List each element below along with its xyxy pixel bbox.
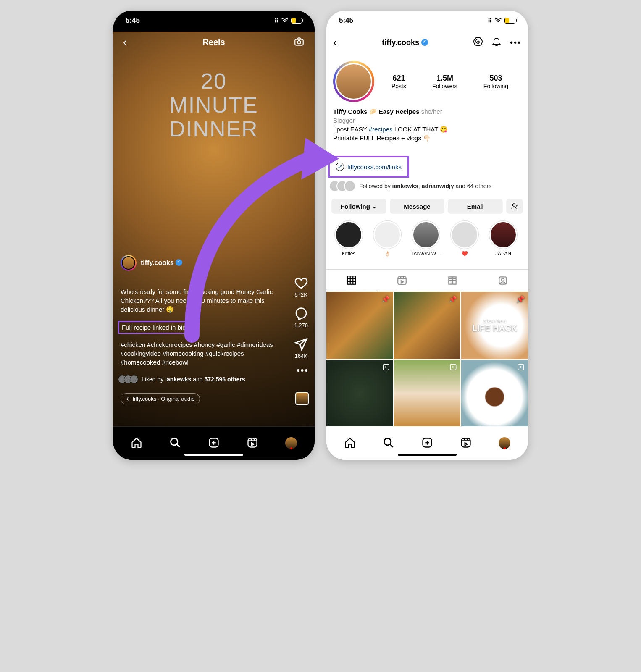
- svg-rect-8: [347, 276, 356, 284]
- pin-icon: 📌: [449, 295, 457, 303]
- pronouns: she/her: [421, 108, 442, 115]
- grid-post[interactable]: [461, 360, 528, 427]
- followers-stat[interactable]: 1.5MFollowers: [432, 74, 457, 89]
- grid-post[interactable]: 📌: [394, 292, 461, 359]
- like-button[interactable]: 572K: [294, 276, 308, 298]
- audio-pill[interactable]: ♫ tiffy.cooks · Original audio: [121, 393, 200, 404]
- more-icon[interactable]: •••: [297, 365, 309, 376]
- post-overlay-text: LIFE HACK: [472, 323, 517, 333]
- search-icon[interactable]: [383, 437, 394, 450]
- posts-stat[interactable]: 621Posts: [391, 74, 406, 89]
- reels-icon[interactable]: [460, 437, 472, 450]
- profile-avatar[interactable]: [333, 61, 374, 102]
- home-icon[interactable]: [131, 437, 142, 450]
- highlight-heart[interactable]: ❤️: [448, 220, 481, 257]
- comment-button[interactable]: 1,276: [294, 307, 308, 328]
- profile-actions: Following ⌄ Message Email: [331, 199, 523, 214]
- tab-grid[interactable]: [326, 270, 377, 291]
- reel-caption[interactable]: Who's ready for some finger-licking good…: [121, 287, 277, 314]
- svg-point-11: [502, 278, 504, 281]
- followed-user[interactable]: iankewks: [392, 183, 418, 189]
- liked-by-avatars: [121, 375, 138, 383]
- profile-icon[interactable]: [285, 437, 297, 449]
- grid-post[interactable]: 📌 Show me a LIFE HACK: [461, 292, 528, 359]
- tab-guides[interactable]: [427, 270, 478, 291]
- audio-thumbnail[interactable]: [295, 392, 309, 405]
- reel-hashtags[interactable]: #chicken #chickenrecipes #honey #garlic …: [121, 340, 277, 367]
- followed-user[interactable]: adrianwidjy: [422, 183, 454, 189]
- followed-suffix: and 64 others: [454, 183, 492, 189]
- status-time: 5:45: [339, 16, 353, 25]
- author-avatar[interactable]: [121, 255, 137, 271]
- battery-icon: [291, 18, 302, 24]
- tab-reels[interactable]: [377, 270, 427, 291]
- svg-point-3: [171, 438, 178, 445]
- bio-link-text: tiffycooks.com/links: [347, 163, 402, 171]
- liked-by-others[interactable]: 572,596 others: [204, 376, 245, 383]
- svg-rect-0: [295, 39, 303, 45]
- svg-point-2: [296, 308, 306, 318]
- svg-rect-17: [462, 438, 470, 447]
- author-username[interactable]: tiffy.cooks: [141, 259, 174, 266]
- reels-badge-icon: [382, 363, 390, 373]
- category: Blogger: [333, 116, 521, 125]
- pin-icon: 📌: [516, 295, 525, 303]
- posts-grid: 📌 📌 📌 Show me a LIFE HACK: [326, 292, 528, 426]
- threads-icon[interactable]: [473, 37, 483, 48]
- profile-handle[interactable]: tiffy.cooks: [382, 38, 419, 47]
- reels-badge-icon: [449, 363, 457, 373]
- highlight-taiwan[interactable]: TAIWAN W…: [410, 220, 442, 257]
- reel-header: ‹ Reels: [113, 36, 315, 49]
- story-highlights: Kitties 👌🏻 TAIWAN W… ❤️ JAPAN: [326, 220, 528, 257]
- home-indicator: [398, 454, 457, 456]
- phone-profile: 5:45 ⠿ ‹ tiffy.cooks ••• 621Posts 1.5MFo…: [326, 10, 528, 460]
- link-icon: ⚯: [334, 161, 346, 173]
- following-button[interactable]: Following ⌄: [331, 199, 386, 214]
- more-icon[interactable]: •••: [510, 38, 521, 47]
- create-icon[interactable]: [421, 437, 433, 450]
- create-icon[interactable]: [208, 437, 220, 450]
- share-button[interactable]: 164K: [294, 338, 308, 359]
- back-icon[interactable]: ‹: [333, 36, 337, 49]
- bio-link-callout[interactable]: Full recipe linked in bio :): [118, 321, 195, 334]
- bio-line2: Printable FULL Recipes + vlogs 👇🏻: [333, 134, 521, 142]
- camera-icon[interactable]: [294, 36, 305, 49]
- bio-hashtag[interactable]: #recipes: [369, 126, 393, 133]
- verified-badge-icon: [176, 259, 182, 266]
- liked-by-prefix: Liked by: [142, 376, 165, 383]
- status-icons: ⠿: [488, 17, 515, 24]
- status-time: 5:45: [126, 16, 140, 25]
- status-bar: 5:45 ⠿: [326, 10, 528, 27]
- music-note-icon: ♫: [126, 396, 130, 402]
- grid-post[interactable]: [326, 360, 393, 427]
- reel-author[interactable]: tiffy.cooks: [121, 255, 182, 271]
- followed-by-prefix: Followed by: [359, 183, 392, 189]
- profile-icon[interactable]: [499, 437, 510, 449]
- svg-point-15: [384, 438, 391, 445]
- avatar: [344, 180, 356, 192]
- following-stat[interactable]: 503Following: [483, 74, 508, 89]
- search-icon[interactable]: [169, 437, 181, 450]
- highlight-kitties[interactable]: Kitties: [332, 220, 365, 257]
- message-button[interactable]: Message: [390, 199, 445, 214]
- svg-rect-9: [398, 276, 406, 285]
- highlight-ok[interactable]: 👌🏻: [371, 220, 404, 257]
- pin-icon: 📌: [381, 295, 390, 303]
- reels-icon[interactable]: [247, 437, 258, 450]
- back-icon[interactable]: ‹: [123, 36, 127, 49]
- grid-post[interactable]: 📌: [326, 292, 393, 359]
- highlight-japan[interactable]: JAPAN: [487, 220, 520, 257]
- network-icon: ⠿: [274, 17, 278, 24]
- followed-by[interactable]: Followed by iankewks, adrianwidjy and 64…: [333, 180, 521, 192]
- liked-by[interactable]: Liked by iankewks and 572,596 others: [121, 375, 245, 383]
- email-button[interactable]: Email: [448, 199, 503, 214]
- grid-post[interactable]: [394, 360, 461, 427]
- svg-point-7: [513, 204, 515, 206]
- tab-tagged[interactable]: [478, 270, 528, 291]
- bio-link[interactable]: ⚯ tiffycooks.com/links: [328, 156, 409, 178]
- notifications-icon[interactable]: [491, 37, 502, 48]
- liked-by-user[interactable]: iankewks: [165, 376, 191, 383]
- home-icon[interactable]: [344, 437, 356, 450]
- suggestions-button[interactable]: [506, 199, 523, 214]
- avatar: [130, 375, 138, 383]
